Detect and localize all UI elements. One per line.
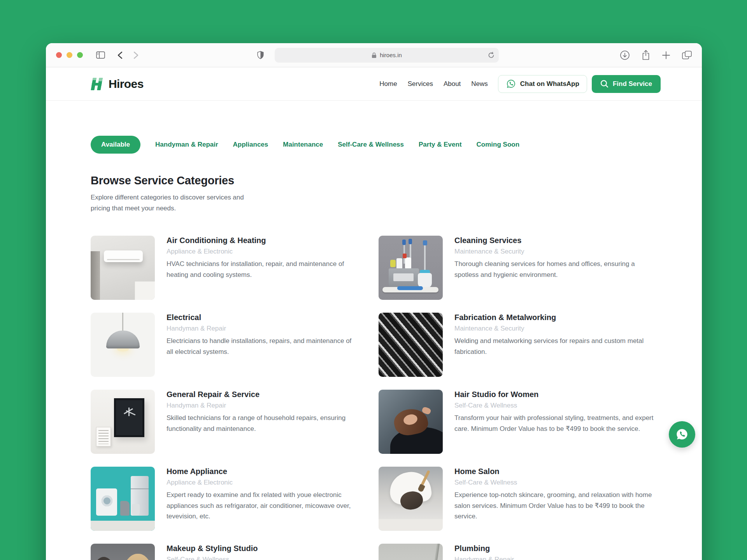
brand-logo[interactable]: Hiroes: [89, 76, 144, 92]
service-card[interactable]: Electrical Handyman & Repair Electrician…: [91, 313, 353, 377]
forward-icon[interactable]: [133, 51, 139, 59]
toolbar-right-icons: [620, 50, 692, 60]
find-service-button[interactable]: Find Service: [592, 75, 661, 93]
photo-detail: [409, 239, 412, 244]
card-title: Cleaning Services: [454, 236, 657, 245]
card-text: Hair Studio for Women Self-Care & Wellne…: [454, 390, 657, 454]
card-description: Electricians to handle installations, re…: [167, 336, 353, 357]
tab-self-care-wellness[interactable]: Self-Care & Wellness: [338, 141, 404, 149]
card-text: Fabrication & Metalworking Maintenance &…: [454, 313, 657, 377]
url-text: hiroes.in: [380, 52, 402, 58]
card-title: Home Salon: [454, 467, 657, 476]
browser-toolbar: hiroes.in: [46, 43, 702, 67]
site-header: Hiroes Home Services About News Chat on …: [46, 67, 702, 101]
tab-party-event[interactable]: Party & Event: [419, 141, 462, 149]
card-category: Maintenance & Security: [454, 325, 657, 332]
photo-detail: [128, 408, 130, 416]
address-bar[interactable]: hiroes.in: [275, 48, 499, 63]
brand-logo-icon: [89, 76, 105, 92]
whatsapp-float-button[interactable]: [669, 421, 695, 448]
photo-detail: [131, 488, 149, 489]
card-thumbnail: [91, 390, 155, 454]
webpage: Hiroes Home Services About News Chat on …: [46, 67, 702, 560]
minimize-button[interactable]: [67, 52, 72, 58]
photo-detail: [390, 260, 396, 267]
chat-button-label: Chat on WhatsApp: [520, 80, 579, 88]
brand-name: Hiroes: [109, 77, 144, 91]
photo-detail: [104, 250, 143, 262]
service-card[interactable]: Plumbing Handyman & Repair: [379, 544, 657, 560]
card-thumbnail: [379, 544, 443, 560]
photo-detail: [114, 398, 144, 437]
back-icon[interactable]: [117, 51, 123, 59]
photo-detail: [423, 240, 427, 245]
photo-detail: [418, 273, 432, 288]
close-button[interactable]: [56, 52, 62, 58]
service-card[interactable]: Fabrication & Metalworking Maintenance &…: [379, 313, 657, 377]
card-title: Hair Studio for Women: [454, 390, 657, 399]
tab-handyman-repair[interactable]: Handyman & Repair: [155, 141, 218, 149]
card-title: Plumbing: [454, 544, 657, 553]
nav-news[interactable]: News: [471, 80, 488, 88]
page-subtitle: Explore different categories to discover…: [91, 192, 264, 214]
card-category: Maintenance & Security: [454, 248, 657, 256]
photo-detail: [397, 286, 423, 290]
lock-icon: [372, 52, 377, 58]
card-text: Cleaning Services Maintenance & Security…: [454, 236, 657, 300]
tab-appliances[interactable]: Appliances: [233, 141, 268, 149]
downloads-icon[interactable]: [620, 50, 630, 60]
card-description: Transform your hair with professional st…: [454, 413, 657, 434]
find-button-label: Find Service: [613, 80, 652, 88]
shield-icon[interactable]: [257, 51, 264, 59]
nav-about[interactable]: About: [444, 80, 461, 88]
search-icon: [600, 80, 608, 88]
nav-services[interactable]: Services: [408, 80, 433, 88]
share-icon[interactable]: [642, 50, 650, 60]
photo-detail: [106, 331, 140, 348]
tab-overview-icon[interactable]: [682, 51, 692, 60]
card-text: General Repair & Service Handyman & Repa…: [167, 390, 353, 454]
page-content: Available Handyman & Repair Appliances M…: [46, 136, 702, 560]
service-card[interactable]: Home Salon Self-Care & Wellness Experien…: [379, 467, 657, 531]
card-category: Handyman & Repair: [167, 325, 353, 332]
reload-icon[interactable]: [488, 52, 494, 60]
card-thumbnail: [379, 313, 443, 377]
tab-coming-soon[interactable]: Coming Soon: [477, 141, 519, 149]
card-thumbnail: [91, 544, 155, 560]
photo-detail: [120, 501, 130, 516]
card-text: Plumbing Handyman & Repair: [454, 544, 657, 560]
tab-available[interactable]: Available: [91, 136, 140, 154]
photo-detail: [91, 557, 118, 560]
card-category: Appliance & Electronic: [167, 479, 353, 486]
card-text: Makeup & Styling Studio Self-Care & Well…: [167, 544, 353, 560]
photo-detail: [98, 430, 109, 444]
photo-detail: [379, 519, 443, 531]
sidebar-toggle-icon[interactable]: [96, 51, 105, 59]
card-category: Self-Care & Wellness: [454, 402, 657, 410]
nav-home[interactable]: Home: [379, 80, 397, 88]
service-card[interactable]: Home Appliance Appliance & Electronic Ex…: [91, 467, 353, 531]
service-card[interactable]: Cleaning Services Maintenance & Security…: [379, 236, 657, 300]
photo-detail: [429, 544, 440, 560]
address-zone: hiroes.in: [139, 48, 617, 63]
desktop-background: { "browser": { "url": "hiroes.in" }, "he…: [0, 0, 747, 560]
chat-on-whatsapp-button[interactable]: Chat on WhatsApp: [498, 75, 587, 93]
card-description: Skilled technicians for a range of house…: [167, 413, 353, 434]
photo-detail: [91, 521, 155, 531]
card-thumbnail: [91, 313, 155, 377]
service-card[interactable]: Air Conditioning & Heating Appliance & E…: [91, 236, 353, 300]
card-description: Expert ready to examine and fix related …: [167, 490, 353, 522]
zoom-button[interactable]: [77, 52, 83, 58]
card-category: Self-Care & Wellness: [454, 479, 657, 486]
photo-detail: [396, 258, 402, 269]
card-title: Fabrication & Metalworking: [454, 313, 657, 322]
browser-window: hiroes.in: [46, 43, 702, 560]
tab-maintenance[interactable]: Maintenance: [283, 141, 323, 149]
service-card[interactable]: Makeup & Styling Studio Self-Care & Well…: [91, 544, 353, 560]
service-card[interactable]: General Repair & Service Handyman & Repa…: [91, 390, 353, 454]
service-card[interactable]: Hair Studio for Women Self-Care & Wellne…: [379, 390, 657, 454]
photo-detail: [405, 257, 411, 269]
new-tab-icon[interactable]: [662, 51, 670, 60]
card-title: Home Appliance: [167, 467, 353, 476]
whatsapp-icon: [675, 427, 689, 442]
